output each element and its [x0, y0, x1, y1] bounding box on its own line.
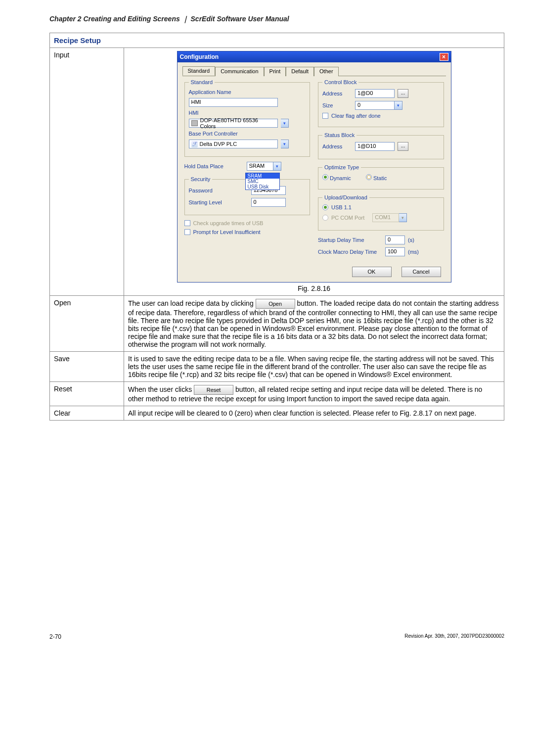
radio-icon: [366, 174, 372, 180]
startup-delay-label: Startup Delay Time: [318, 237, 382, 243]
tab-standard[interactable]: Standard: [182, 66, 216, 76]
upload-legend: Upload/Download: [322, 194, 369, 200]
chapter-title: Chapter 2 Creating and Editing Screens: [49, 15, 180, 23]
row-label-clear: Clear: [50, 406, 124, 421]
plc-icon: ℱ: [191, 141, 198, 147]
cb-address-label: Address: [322, 91, 352, 96]
holddata-label: Hold Data Place: [184, 163, 244, 169]
cb-address-input[interactable]: 1@D0: [355, 89, 395, 98]
separator: ｜: [182, 15, 189, 23]
row-content-reset: When the user clicks Reset button, all r…: [124, 382, 504, 406]
manual-title: ScrEdit Software User Manual: [191, 15, 289, 23]
clear-flag-label: Clear flag after done: [331, 113, 381, 119]
sb-address-label: Address: [322, 143, 352, 149]
group-standard: Standard Application Name HMI HMI DOP-AE…: [184, 79, 311, 157]
revision-text: Revision Apr. 30th, 2007, 2007PDD2300000…: [404, 633, 504, 640]
baseport-combo-value: Delta DVP PLC: [200, 141, 237, 147]
tab-communication[interactable]: Communication: [215, 67, 264, 76]
app-name-label: Application Name: [189, 89, 248, 95]
startup-delay-unit: (s): [408, 237, 414, 243]
dialog-title: Configuration: [180, 53, 219, 60]
row-label-reset: Reset: [50, 382, 124, 406]
dialog-titlebar[interactable]: Configuration ×: [178, 51, 451, 62]
group-standard-legend: Standard: [189, 79, 215, 85]
radio-usb-row[interactable]: USB 1.1: [322, 204, 440, 210]
holddata-option[interactable]: USB Disk: [246, 184, 279, 189]
checkbox-icon[interactable]: [322, 113, 328, 119]
row-content-open: The user can load recipe data by clickin…: [124, 296, 504, 352]
group-security-legend: Security: [189, 176, 213, 182]
row-content-clear: All input recipe will be cleared to 0 (z…: [124, 406, 504, 421]
holddata-option[interactable]: SRAM: [246, 173, 279, 179]
group-optimize: Optimize Type Dynamic Static: [318, 164, 444, 189]
ok-button[interactable]: OK: [352, 267, 392, 277]
check-upgrade-row: Check upgrade times of USB: [184, 220, 311, 226]
section-title: Recipe Setup: [50, 33, 504, 48]
clock-macro-unit: (ms): [408, 249, 419, 255]
radio-icon: [322, 174, 328, 180]
status-block-legend: Status Block: [322, 132, 356, 138]
startlevel-input[interactable]: 0: [251, 198, 286, 207]
clock-macro-label: Clock Macro Delay Time: [318, 249, 382, 255]
holddata-combo[interactable]: SRAM: [247, 162, 273, 171]
prompt-level-row[interactable]: Prompt for Level Insufficient: [184, 229, 311, 235]
checkbox-icon: [184, 220, 190, 226]
baseport-combo[interactable]: ℱDelta DVP PLC: [189, 140, 278, 148]
radio-usb-label: USB 1.1: [331, 204, 352, 210]
browse-button[interactable]: ...: [398, 142, 408, 151]
close-icon[interactable]: ×: [440, 53, 448, 61]
chapter-header: Chapter 2 Creating and Editing Screens ｜…: [49, 15, 504, 24]
row-content-input: Configuration × Standard Communication P…: [124, 48, 504, 296]
com-combo: COM1: [372, 213, 399, 222]
page-number: 2-70: [49, 633, 61, 640]
hmi-combo[interactable]: DOP-AE80THTD 65536 Colors: [189, 119, 278, 128]
startup-delay-input[interactable]: 0: [385, 236, 405, 244]
radio-pccom-label: PC COM Port: [331, 215, 364, 221]
tab-other[interactable]: Other: [314, 67, 339, 76]
tab-default[interactable]: Default: [286, 67, 314, 76]
row-content-save: It is used to save the editing recipe da…: [124, 352, 504, 382]
row-label-open: Open: [50, 296, 124, 352]
group-control-block: Control Block Address 1@D0 ... Size 0▾: [318, 79, 444, 127]
prompt-level-label: Prompt for Level Insufficient: [193, 229, 261, 235]
app-name-input[interactable]: HMI: [189, 98, 278, 107]
hmi-label: HMI: [189, 110, 248, 116]
radio-dynamic[interactable]: Dynamic: [322, 174, 351, 181]
optimize-legend: Optimize Type: [322, 164, 361, 170]
radio-pccom-row[interactable]: PC COM Port COM1 ▾: [322, 213, 440, 222]
recipe-setup-table: Recipe Setup Input Configuration × Stand…: [49, 33, 504, 421]
figure-caption: Fig. 2.8.16: [128, 284, 500, 292]
radio-static[interactable]: Static: [366, 174, 387, 181]
baseport-label: Base Port Controller: [189, 131, 248, 137]
chevron-down-icon[interactable]: ▾: [281, 119, 289, 128]
chevron-down-icon[interactable]: ▾: [395, 101, 402, 110]
holddata-dropdown-list[interactable]: SRAM SMC USB Disk: [245, 173, 280, 190]
control-block-legend: Control Block: [322, 79, 358, 85]
reset-inline-button[interactable]: Reset: [194, 385, 233, 395]
row-label-save: Save: [50, 352, 124, 382]
cb-size-label: Size: [322, 102, 352, 108]
cb-size-combo[interactable]: 0: [355, 101, 395, 110]
clock-macro-input[interactable]: 100: [385, 247, 405, 256]
startlevel-label: Starting Level: [189, 199, 248, 205]
browse-button[interactable]: ...: [398, 89, 408, 98]
chevron-down-icon[interactable]: ▾: [281, 140, 289, 148]
holddata-option[interactable]: SMC: [246, 179, 279, 184]
group-status-block: Status Block Address 1@D10 ...: [318, 132, 444, 159]
configuration-dialog: Configuration × Standard Communication P…: [177, 51, 451, 283]
clear-flag-row[interactable]: Clear flag after done: [322, 113, 440, 119]
tabstrip: Standard Communication Print Default Oth…: [182, 66, 446, 76]
open-inline-button[interactable]: Open: [256, 299, 295, 309]
sb-address-input[interactable]: 1@D10: [355, 142, 395, 151]
checkbox-icon[interactable]: [184, 229, 190, 235]
radio-icon: [322, 204, 328, 210]
check-upgrade-label: Check upgrade times of USB: [193, 220, 264, 226]
tab-print[interactable]: Print: [264, 67, 286, 76]
cancel-button[interactable]: Cancel: [401, 267, 441, 277]
page-footer: 2-70 Revision Apr. 30th, 2007, 2007PDD23…: [49, 633, 504, 640]
open-text-a: The user can load recipe data by clickin…: [128, 299, 256, 307]
password-label: Password: [189, 188, 248, 193]
chevron-down-icon: ▾: [399, 213, 407, 222]
group-upload-download: Upload/Download USB 1.1 PC COM Port COM1…: [318, 194, 444, 231]
chevron-down-icon[interactable]: ▾: [273, 162, 281, 171]
